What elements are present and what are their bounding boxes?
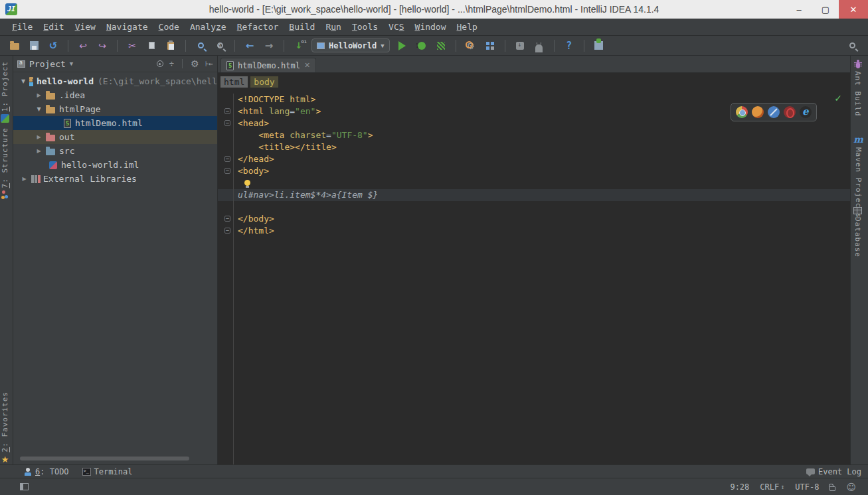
redo-button[interactable]: ↪ [96, 39, 109, 52]
fold-marker-icon[interactable]: − [224, 216, 230, 222]
chevron-down-icon[interactable]: ▼ [70, 60, 73, 67]
opera-browser-icon[interactable] [784, 106, 796, 118]
collapse-arrow-icon[interactable]: ▶ [36, 92, 42, 98]
inspection-status-icon[interactable]: ✓ [834, 93, 842, 104]
create-desktop-entry-button[interactable] [592, 39, 606, 52]
horizontal-scrollbar[interactable] [20, 457, 189, 460]
intention-bulb-icon[interactable] [244, 180, 250, 186]
code-line-12[interactable]: −</html> [218, 225, 850, 237]
minimize-button[interactable]: – [786, 0, 812, 19]
sidebar-item-database[interactable]: Database [853, 207, 862, 257]
breadcrumb-html[interactable]: html [220, 76, 248, 88]
expand-arrow-icon[interactable]: ▼ [36, 106, 42, 112]
tree-row-iml-file[interactable]: hello-world.iml [13, 158, 217, 172]
menu-edit[interactable]: Edit [38, 20, 69, 34]
generate-button[interactable]: ↓ [292, 39, 305, 52]
code-line-4[interactable]: <meta charset="UTF-8"> [218, 129, 850, 141]
debug-button[interactable] [415, 39, 428, 52]
paste-button[interactable] [164, 39, 177, 52]
readonly-lock-icon[interactable] [829, 486, 835, 491]
code-line-6[interactable]: −</head> [218, 153, 850, 165]
terminal-tool-button[interactable]: Terminal [76, 467, 139, 476]
help-button[interactable]: ? [563, 39, 576, 52]
menu-build[interactable]: Build [284, 20, 320, 34]
code-line-11[interactable]: −</body> [218, 213, 850, 225]
copy-button[interactable] [145, 39, 158, 52]
collapse-arrow-icon[interactable]: ▶ [36, 148, 42, 154]
menu-run[interactable]: Run [320, 20, 346, 34]
forward-button[interactable]: → [262, 39, 276, 52]
firefox-browser-icon[interactable] [752, 106, 764, 118]
fold-marker-icon[interactable]: − [224, 168, 230, 174]
expand-arrow-icon[interactable]: ▼ [21, 78, 25, 84]
sdk-manager-button[interactable] [513, 39, 527, 52]
code-line-8[interactable] [218, 177, 850, 189]
code-line-9-current[interactable]: ul#nav>li.item$*4>a{Item $} [218, 189, 850, 201]
locate-file-icon[interactable] [157, 60, 163, 67]
maximize-button[interactable]: ▢ [812, 0, 839, 19]
tree-row-src-folder[interactable]: ▶ src [13, 144, 217, 158]
breadcrumb-body[interactable]: body [250, 76, 278, 88]
todo-tool-button[interactable]: 6: TODO [17, 467, 76, 476]
tree-row-external-libraries[interactable]: ▶ External Libraries [13, 172, 217, 186]
code-empty-space[interactable] [218, 237, 850, 464]
menu-vcs[interactable]: VCS [383, 20, 409, 34]
sidebar-item-project[interactable]: 1: Project [1, 61, 9, 123]
cut-button[interactable]: ✂ [126, 39, 139, 52]
collapse-arrow-icon[interactable]: ▶ [21, 176, 27, 182]
menu-navigate[interactable]: Navigate [101, 20, 153, 34]
menu-file[interactable]: File [7, 20, 38, 34]
find-button[interactable] [194, 39, 207, 52]
close-tab-icon[interactable]: ✕ [304, 61, 310, 70]
sidebar-item-ant-build[interactable]: Ant Build [853, 62, 862, 117]
sidebar-item-maven-projects[interactable]: m Maven Projects [853, 134, 863, 218]
code-line-5[interactable]: <title></title> [218, 141, 850, 153]
line-ending-selector[interactable]: CRLF↕ [760, 482, 784, 492]
fold-marker-icon[interactable]: − [224, 156, 230, 162]
sidebar-item-favorites[interactable]: 2: Favorites ★ [1, 391, 9, 464]
collapse-arrow-icon[interactable]: ▶ [36, 134, 42, 140]
open-button[interactable] [8, 39, 21, 52]
save-all-button[interactable] [27, 39, 41, 52]
menu-refactor[interactable]: Refactor [232, 20, 284, 34]
close-button[interactable]: ✕ [839, 0, 868, 19]
caret-position[interactable]: 9:28 [730, 482, 749, 492]
tree-row-project-root[interactable]: ▼ hello-world (E:\git_work_space\hell [13, 74, 217, 88]
project-structure-button[interactable] [483, 39, 497, 52]
tree-row-idea-folder[interactable]: ▶ .idea [13, 88, 217, 102]
safari-browser-icon[interactable] [768, 106, 780, 118]
internet-explorer-browser-icon[interactable] [800, 106, 812, 118]
panel-settings-gear-icon[interactable]: ⚙ [191, 58, 199, 69]
run-button[interactable] [396, 39, 409, 52]
code-line-7[interactable]: −<body> [218, 165, 850, 177]
android-device-monitor-button[interactable] [533, 39, 546, 52]
fold-marker-icon[interactable]: − [224, 120, 230, 126]
tab-htmldemo[interactable]: htmlDemo.html ✕ [220, 58, 316, 72]
menu-window[interactable]: Window [410, 20, 452, 34]
replace-button[interactable] [213, 39, 226, 52]
tree-row-htmldemo-file[interactable]: htmlDemo.html [13, 116, 217, 130]
fold-marker-icon[interactable]: − [224, 228, 230, 234]
hide-panel-icon[interactable]: ⊦← [205, 60, 213, 68]
menu-tools[interactable]: Tools [347, 20, 383, 34]
encoding-selector[interactable]: UTF-8 [795, 482, 819, 492]
back-button[interactable]: ← [243, 39, 256, 52]
undo-button[interactable]: ↩ [76, 39, 90, 52]
chrome-browser-icon[interactable] [736, 106, 748, 118]
toggle-toolwindows-icon[interactable] [20, 483, 29, 490]
synchronize-button[interactable]: ↺ [46, 39, 60, 52]
menu-code[interactable]: Code [153, 20, 185, 34]
event-log-button[interactable]: Event Log [800, 467, 868, 476]
run-with-coverage-button[interactable] [434, 39, 448, 52]
code-line-10[interactable] [218, 201, 850, 213]
menu-analyze[interactable]: Analyze [185, 20, 232, 34]
fold-marker-icon[interactable]: − [224, 108, 230, 114]
inspections-hector-icon[interactable]: ☺ [846, 482, 856, 492]
menu-help[interactable]: Help [452, 20, 483, 34]
menu-view[interactable]: View [70, 20, 101, 34]
run-configuration-select[interactable]: HelloWorld ▼ [311, 38, 390, 52]
tree-row-out-folder[interactable]: ▶ out [13, 130, 217, 144]
sidebar-item-structure[interactable]: 7: Structure [1, 127, 9, 198]
settings-button[interactable]: ⚙ [464, 39, 477, 52]
code-editor[interactable]: ✓ <!DOCTYPE html> −<html lang="en"> −<he… [218, 91, 850, 464]
